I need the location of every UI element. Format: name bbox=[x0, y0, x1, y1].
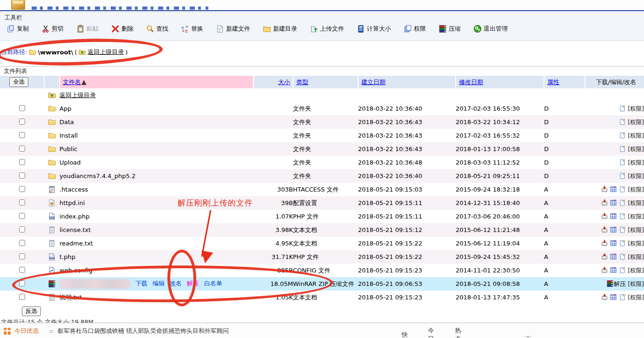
upload-file-button[interactable]: 上传文件 bbox=[310, 25, 344, 33]
sort-by-name-link[interactable]: 文件名 bbox=[63, 79, 81, 86]
permission-link[interactable]: [权限] bbox=[628, 253, 644, 260]
new-dir-button[interactable]: 新建目录 bbox=[263, 25, 297, 33]
today-live-button[interactable]: 今日直播 bbox=[423, 326, 438, 338]
permission-link[interactable]: [权限] bbox=[628, 280, 644, 287]
rename-icon[interactable] bbox=[618, 145, 626, 152]
rename-icon[interactable] bbox=[618, 159, 626, 166]
row-checkbox[interactable] bbox=[19, 199, 25, 205]
download-icon[interactable] bbox=[601, 212, 608, 220]
edit-icon[interactable] bbox=[610, 186, 617, 193]
permission-link[interactable]: [权限] bbox=[628, 119, 644, 126]
archive-action-下载-link[interactable]: 下载 bbox=[135, 280, 147, 287]
row-checkbox[interactable] bbox=[19, 280, 25, 286]
file-size-cell bbox=[253, 156, 293, 169]
rename-icon[interactable] bbox=[618, 118, 626, 126]
compress-button[interactable]: 压缩 bbox=[438, 25, 461, 33]
rename-icon[interactable] bbox=[618, 172, 626, 179]
folder-icon bbox=[48, 159, 56, 166]
row-checkbox[interactable] bbox=[19, 186, 25, 192]
sort-by-modified-link[interactable]: 修改日期 bbox=[459, 79, 483, 86]
row-checkbox[interactable] bbox=[19, 226, 25, 232]
select-all-button[interactable]: 全选 bbox=[9, 77, 28, 87]
download-icon[interactable] bbox=[601, 199, 608, 206]
rename-icon[interactable] bbox=[618, 293, 626, 301]
news-ticker[interactable]: 叙军将杜马口袋围成铁桶 猎人部队受命抓捕恐怖头目和外军顾问 bbox=[58, 327, 229, 335]
hot-news-button[interactable]: 热点资讯 bbox=[450, 326, 465, 338]
sort-by-created-link[interactable]: 建立日期 bbox=[361, 79, 385, 86]
rename-icon[interactable] bbox=[618, 199, 626, 206]
rename-icon[interactable] bbox=[618, 239, 626, 247]
download-icon[interactable] bbox=[601, 293, 608, 301]
modified-date-cell: 2017-03-06 20:46:00 bbox=[456, 210, 544, 223]
download-icon[interactable] bbox=[601, 253, 608, 260]
find-button[interactable]: 查找 bbox=[146, 25, 168, 33]
delete-button[interactable]: 删除 bbox=[111, 25, 133, 33]
rename-icon[interactable] bbox=[618, 212, 626, 220]
permission-link[interactable]: [权限] bbox=[628, 226, 644, 233]
replace-button[interactable]: 替换 bbox=[181, 25, 203, 33]
rename-icon[interactable] bbox=[618, 105, 626, 112]
row-checkbox[interactable] bbox=[19, 294, 25, 300]
sort-by-size-link[interactable]: 大小 bbox=[278, 79, 290, 86]
row-checkbox[interactable] bbox=[19, 267, 25, 273]
invert-selection-button[interactable]: 反选 bbox=[22, 306, 41, 316]
ticker-dismiss-icon[interactable]: ≍ bbox=[49, 328, 54, 335]
edit-icon[interactable] bbox=[610, 293, 617, 301]
archive-action-改名-link[interactable]: 改名 bbox=[170, 280, 182, 287]
permission-link[interactable]: [权限] bbox=[628, 105, 644, 112]
sort-by-type-link[interactable]: 类型 bbox=[296, 79, 308, 86]
row-checkbox[interactable] bbox=[19, 159, 25, 165]
permission-link[interactable]: [权限] bbox=[628, 267, 644, 274]
exit-admin-button[interactable]: 退出管理 bbox=[473, 25, 508, 33]
perm-icon bbox=[404, 25, 412, 33]
row-checkbox[interactable] bbox=[19, 132, 25, 138]
permission-link[interactable]: [权限] bbox=[628, 240, 644, 247]
up-directory-link[interactable]: 返回上级目录 bbox=[60, 92, 96, 99]
permission-button[interactable]: 权限 bbox=[404, 25, 426, 33]
row-checkbox[interactable] bbox=[19, 240, 25, 246]
extract-link[interactable]: 解压 bbox=[614, 280, 626, 287]
daily-picks-link[interactable]: 今日优选 bbox=[14, 327, 39, 335]
download-manager-button[interactable]: ⇣下载 bbox=[518, 335, 531, 338]
archive-action-解压-link[interactable]: 解压 bbox=[187, 280, 199, 287]
rename-icon[interactable] bbox=[618, 226, 626, 233]
download-icon[interactable] bbox=[601, 266, 608, 274]
row-checkbox[interactable] bbox=[19, 105, 25, 111]
up-directory-link[interactable]: 返回上级目录 bbox=[87, 48, 124, 56]
edit-icon[interactable] bbox=[610, 212, 617, 220]
permission-link[interactable]: [权限] bbox=[628, 159, 644, 166]
edit-icon[interactable] bbox=[610, 266, 617, 274]
quick-clip-button[interactable]: 快剪辑 bbox=[396, 331, 411, 338]
row-checkbox[interactable] bbox=[19, 172, 25, 179]
calc-size-button[interactable]: 计算大小 bbox=[357, 25, 391, 33]
archive-action-白名单-link[interactable]: 白名单 bbox=[204, 280, 222, 287]
row-checkbox[interactable] bbox=[19, 146, 25, 152]
copy-button[interactable]: 复制 bbox=[7, 25, 29, 33]
row-checkbox[interactable] bbox=[19, 253, 25, 259]
paste-button[interactable]: 粘贴 bbox=[76, 25, 99, 33]
row-checkbox[interactable] bbox=[19, 119, 25, 125]
cut-button[interactable]: 剪切 bbox=[41, 25, 64, 33]
new-file-button[interactable]: 新建文件 bbox=[216, 25, 250, 33]
rename-icon[interactable] bbox=[618, 132, 626, 139]
permission-link[interactable]: [权限] bbox=[628, 172, 644, 179]
rename-icon[interactable] bbox=[618, 186, 626, 193]
rename-icon[interactable] bbox=[618, 253, 626, 260]
edit-icon[interactable] bbox=[610, 239, 617, 247]
sort-by-attr-link[interactable]: 属性 bbox=[547, 79, 559, 86]
permission-link[interactable]: [权限] bbox=[628, 186, 644, 193]
download-icon[interactable] bbox=[601, 239, 608, 247]
edit-icon[interactable] bbox=[610, 253, 617, 260]
download-icon[interactable] bbox=[601, 186, 608, 193]
permission-link[interactable]: [权限] bbox=[628, 199, 644, 206]
rename-icon[interactable] bbox=[618, 266, 626, 274]
row-checkbox[interactable] bbox=[19, 213, 25, 219]
permission-link[interactable]: [权限] bbox=[628, 213, 644, 220]
permission-link[interactable]: [权限] bbox=[628, 132, 644, 139]
permission-link[interactable]: [权限] bbox=[628, 146, 644, 152]
permission-link[interactable]: [权限] bbox=[628, 294, 644, 301]
edit-icon[interactable] bbox=[610, 226, 617, 233]
archive-action-编辑-link[interactable]: 编辑 bbox=[153, 280, 165, 287]
download-icon[interactable] bbox=[601, 226, 608, 233]
edit-icon[interactable] bbox=[610, 199, 617, 206]
